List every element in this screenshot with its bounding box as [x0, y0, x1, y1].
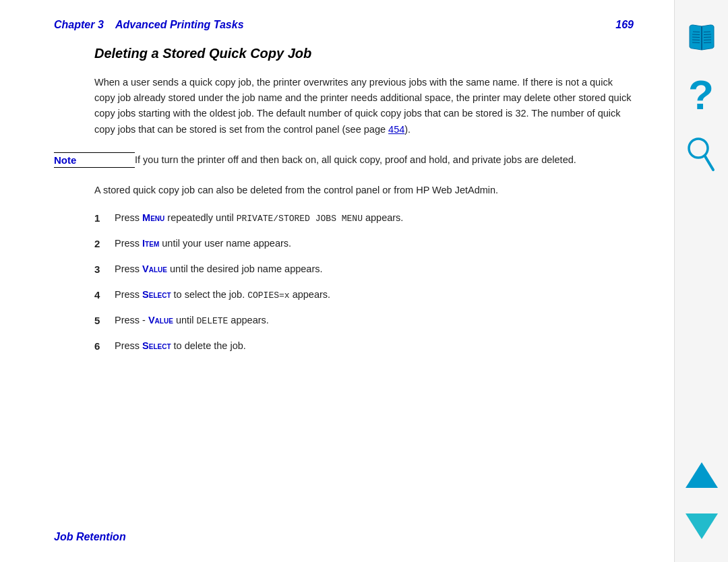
note-label-col: Note — [54, 150, 135, 168]
menu-link-6: Select — [142, 340, 171, 351]
svg-line-5 — [692, 42, 700, 43]
page-header: Chapter 3 Advanced Printing Tasks 169 — [54, 19, 634, 31]
svg-line-6 — [704, 32, 710, 32]
step-item: 4 Press Select to select the job. COPIES… — [94, 287, 634, 303]
step-item: 2 Press Item until your user name appear… — [94, 236, 634, 252]
page-title: Deleting a Stored Quick Copy Job — [94, 46, 634, 61]
svg-line-8 — [704, 37, 711, 38]
chapter-label: Chapter 3 Advanced Printing Tasks — [54, 19, 244, 31]
menu-link-4: Select — [142, 289, 171, 300]
menu-link-1: Menu — [142, 212, 164, 223]
menu-link-3: Value — [142, 263, 167, 274]
step-item: 6 Press Select to delete the job. — [94, 338, 634, 354]
arrow-up-icon[interactable] — [684, 460, 719, 491]
question-icon[interactable]: ? — [686, 75, 717, 116]
svg-marker-14 — [686, 462, 718, 488]
sidebar: ? — [674, 0, 728, 562]
svg-line-1 — [693, 32, 700, 32]
book-icon[interactable] — [684, 20, 719, 55]
arrow-down-icon[interactable] — [684, 511, 719, 542]
step-item: 1 Press Menu repeatedly until PRIVATE/ST… — [94, 210, 634, 226]
note-text: If you turn the printer off and then bac… — [135, 150, 634, 168]
svg-line-3 — [692, 37, 700, 38]
menu-link-5: Value — [148, 315, 173, 325]
steps-list: 1 Press Menu repeatedly until PRIVATE/ST… — [94, 210, 634, 354]
svg-line-13 — [705, 156, 713, 170]
svg-line-7 — [704, 34, 711, 35]
svg-line-4 — [692, 40, 700, 40]
magnifier-icon[interactable] — [686, 136, 717, 174]
note-section: Note If you turn the printer off and the… — [54, 150, 634, 168]
page-link[interactable]: 454 — [388, 124, 404, 135]
svg-line-9 — [704, 40, 711, 40]
step-item: 3 Press Value until the desired job name… — [94, 261, 634, 278]
note-label: Note — [54, 152, 135, 168]
menu-link-2: Item — [142, 238, 159, 249]
step-item: 5 Press - Value until DELETE appears. — [94, 313, 634, 329]
svg-line-2 — [692, 34, 700, 35]
svg-marker-15 — [686, 513, 718, 539]
svg-line-10 — [704, 42, 711, 43]
svg-point-12 — [689, 139, 708, 158]
svg-text:?: ? — [688, 75, 714, 116]
body-paragraph: When a user sends a quick copy job, the … — [94, 75, 634, 137]
footer-label: Job Retention — [54, 531, 126, 543]
stored-text: A stored quick copy job can also be dele… — [94, 183, 634, 198]
page-number: 169 — [615, 19, 634, 31]
